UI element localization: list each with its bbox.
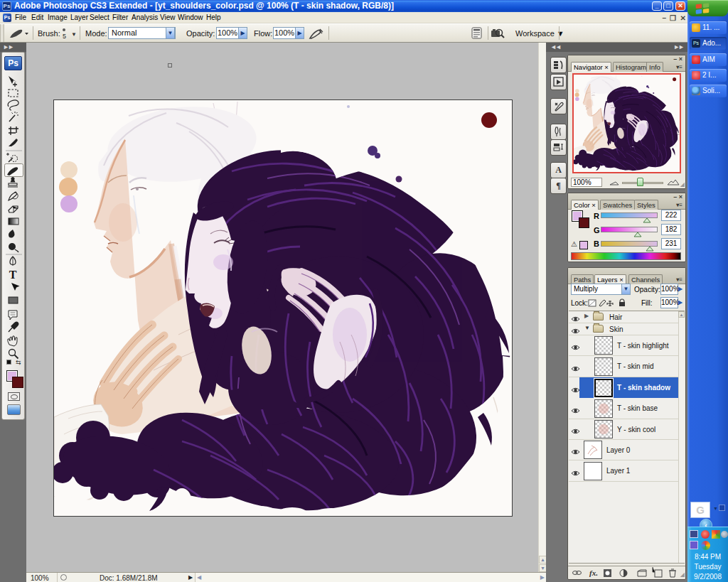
svg-text:T: T (9, 269, 17, 281)
svg-text:fx.: fx. (589, 568, 598, 577)
